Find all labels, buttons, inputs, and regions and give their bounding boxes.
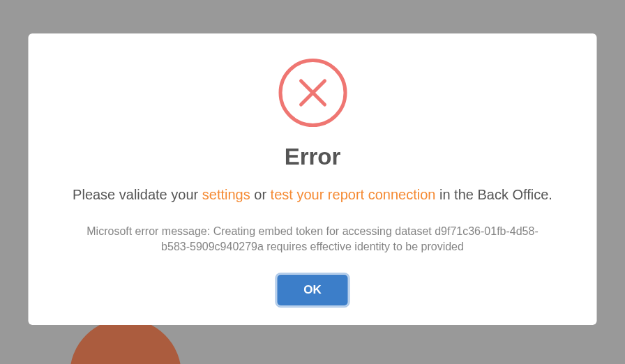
message-text: Please validate your	[73, 187, 202, 202]
error-dialog: Error Please validate your settings or t…	[29, 33, 597, 325]
message-text: or	[250, 187, 271, 202]
settings-link[interactable]: settings	[202, 187, 250, 202]
dialog-message: Please validate your settings or test yo…	[62, 185, 564, 204]
icon-container	[62, 59, 564, 127]
background-decoration	[70, 319, 181, 364]
message-text: in the Back Office.	[435, 187, 552, 202]
dialog-title: Error	[62, 144, 564, 170]
dialog-submessage: Microsoft error message: Creating embed …	[62, 224, 564, 255]
ok-button[interactable]: OK	[277, 275, 348, 305]
error-icon	[278, 59, 347, 127]
test-connection-link[interactable]: test your report connection	[271, 187, 436, 202]
